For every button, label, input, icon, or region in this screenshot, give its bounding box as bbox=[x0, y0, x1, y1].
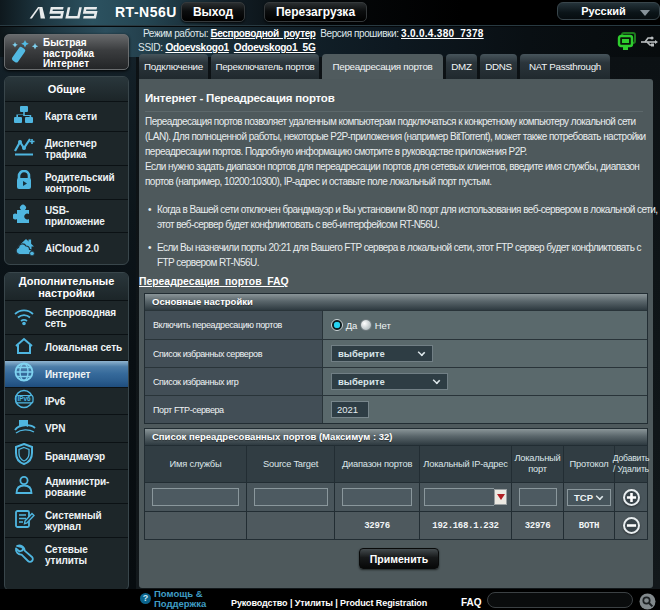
svg-text:IPv6: IPv6 bbox=[18, 395, 32, 402]
